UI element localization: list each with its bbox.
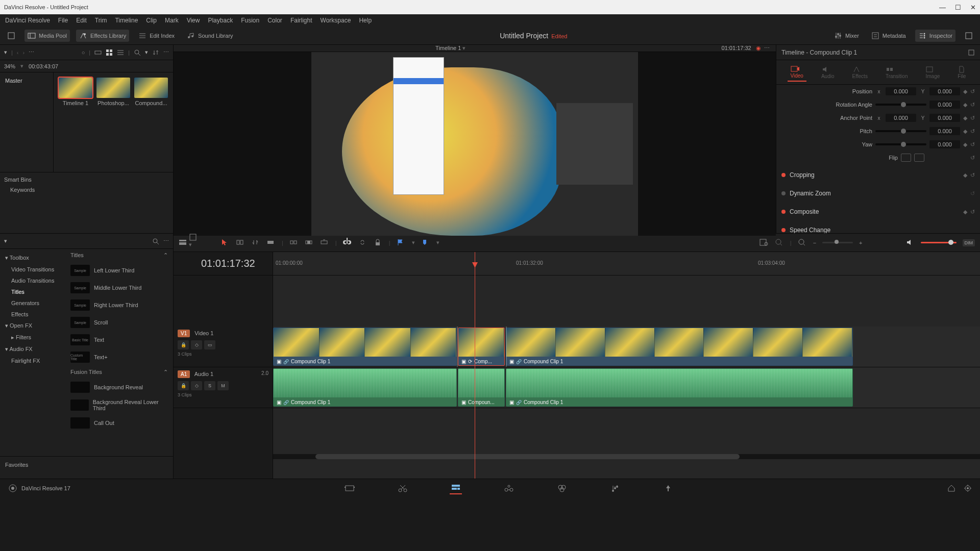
effect-right-lower-third[interactable]: SampleRight Lower Third (65, 296, 173, 314)
audio-track[interactable]: ▣Compound Clip 1 ▣Compoun... ▣Compound C… (273, 367, 980, 408)
menu-file[interactable]: File (58, 17, 68, 24)
menu-playback[interactable]: Playback (208, 17, 233, 24)
blade-tool[interactable] (266, 238, 276, 247)
minimize-button[interactable]: — (939, 4, 946, 11)
viewer-color-icon[interactable]: ◉ (756, 45, 761, 51)
effect-scroll[interactable]: SampleScroll (65, 314, 173, 331)
media-options[interactable]: ⋯ (163, 49, 169, 56)
inspector-expand[interactable] (968, 49, 975, 56)
timeline-timecode[interactable]: 01:01:17:32 (174, 258, 273, 269)
smart-bin-keywords[interactable]: Keywords (4, 183, 169, 197)
audiofx-header[interactable]: ▾ Audio FX (3, 343, 62, 355)
reset-icon[interactable]: ↺ (970, 102, 975, 108)
home-button[interactable] (947, 484, 955, 492)
rotation-input[interactable]: 0.000 (929, 101, 960, 109)
keyframe-icon[interactable]: ◆ (963, 88, 967, 95)
reset-icon[interactable]: ↺ (970, 88, 975, 95)
reset-icon[interactable]: ↺ (970, 128, 975, 135)
audio-transitions[interactable]: Audio Transitions (3, 275, 62, 286)
fullscreen-right-toggle[interactable] (962, 30, 976, 42)
playhead[interactable] (475, 252, 475, 479)
effect-call-out[interactable]: Call Out (65, 414, 173, 432)
favorites-section[interactable]: Favorites (0, 456, 173, 479)
bin-dropdown[interactable]: ▾ (4, 49, 7, 56)
effect-left-lower-third[interactable]: SampleLeft Lower Third (65, 262, 173, 279)
track-lock[interactable]: 🔒 (178, 381, 189, 390)
search-button[interactable] (134, 49, 141, 56)
toolbox-header[interactable]: ▾ Toolbox (3, 252, 62, 264)
video-clip-2[interactable]: ▣⟳Comp... (458, 328, 505, 366)
video-transitions[interactable]: Video Transitions (3, 264, 62, 275)
effects-dropdown[interactable]: ▾ (4, 238, 7, 244)
yaw-slider[interactable] (875, 143, 926, 145)
inspector-tab-video[interactable]: Video (788, 63, 806, 82)
zoom-dropdown[interactable]: ▾ (20, 63, 23, 69)
menu-workspace[interactable]: Workspace (321, 17, 351, 24)
view-strip[interactable] (94, 49, 102, 56)
overwrite-clip[interactable] (305, 238, 314, 247)
thumb-timeline1[interactable]: Timeline 1 (59, 78, 92, 106)
zoom-to-fit[interactable] (775, 238, 784, 247)
v1-badge[interactable]: V1 (178, 330, 190, 337)
page-edit[interactable] (450, 482, 462, 494)
track-auto-select[interactable]: ◇ (191, 381, 202, 390)
inspector-tab-file[interactable]: File (954, 63, 969, 81)
filters-category[interactable]: ▸ Filters (3, 332, 62, 343)
effect-text-plus[interactable]: Custom TitleText+ (65, 348, 173, 366)
reset-icon[interactable]: ↺ (970, 115, 975, 121)
viewer-options[interactable]: ⋯ (764, 45, 770, 51)
marker-button[interactable] (421, 238, 430, 247)
inspector-button[interactable]: Inspector (915, 30, 955, 42)
menu-timeline[interactable]: Timeline (115, 17, 138, 24)
anchor-y-input[interactable]: 0.000 (929, 114, 960, 122)
menu-color[interactable]: Color (267, 17, 282, 24)
composite-toggle[interactable] (781, 210, 786, 214)
dim-button[interactable]: DIM (963, 239, 975, 246)
detail-zoom[interactable] (798, 238, 807, 247)
media-pool-button[interactable]: Media Pool (24, 30, 70, 42)
sort-button[interactable] (152, 49, 159, 56)
timeline-view-options[interactable] (179, 238, 188, 247)
menu-mark[interactable]: Mark (165, 17, 179, 24)
trim-tool[interactable] (236, 238, 245, 247)
maximize-button[interactable]: ☐ (955, 4, 961, 11)
effect-middle-lower-third[interactable]: SampleMiddle Lower Third (65, 279, 173, 296)
audio-track-header[interactable]: A1 Audio 1 2.0 🔒 ◇ S M 3 Clips (174, 367, 273, 408)
composite-section[interactable]: Composite (790, 208, 819, 215)
transform-mode-button[interactable] (189, 233, 197, 241)
smart-bins-header[interactable]: Smart Bins (4, 177, 169, 183)
keyframe-icon[interactable]: ◆ (963, 115, 967, 121)
flag-dropdown[interactable]: ▾ (412, 239, 415, 246)
pitch-slider[interactable] (875, 130, 926, 132)
menu-help[interactable]: Help (359, 17, 372, 24)
audio-clip-3[interactable]: ▣Compound Clip 1 (506, 368, 853, 407)
fullscreen-toggle[interactable] (4, 30, 18, 42)
track-auto-select[interactable]: ◇ (191, 340, 202, 349)
nav-prev[interactable]: ‹ (17, 49, 19, 56)
pitch-input[interactable]: 0.000 (929, 127, 960, 135)
openfx-header[interactable]: ▾ Open FX (3, 320, 62, 332)
generators-category[interactable]: Generators (3, 297, 62, 309)
edit-index-button[interactable]: Edit Index (135, 30, 178, 42)
link-toggle[interactable] (358, 238, 368, 247)
dynamic-trim-tool[interactable] (251, 238, 260, 247)
rotation-slider[interactable] (875, 104, 926, 106)
zoom-in[interactable]: + (859, 240, 862, 246)
reset-icon[interactable]: ↺ (970, 209, 975, 215)
effect-background-reveal-lt[interactable]: Background Reveal Lower Third (65, 396, 173, 414)
a1-badge[interactable]: A1 (178, 370, 190, 378)
flag-button[interactable] (397, 238, 406, 247)
marker-dropdown[interactable]: ▾ (436, 239, 439, 246)
position-y-input[interactable]: 0.000 (929, 87, 960, 95)
collapse-icon[interactable]: ⌃ (163, 252, 168, 259)
timeline-ruler[interactable]: 01:00:00:00 01:01:32:00 01:03:04:00 (273, 252, 980, 276)
video-track-header[interactable]: V1 Video 1 🔒 ◇ ▭ 3 Clips (174, 327, 273, 367)
master-bin[interactable]: Master (3, 76, 50, 86)
page-color[interactable] (556, 482, 568, 494)
inspector-tab-effects[interactable]: Effects (849, 63, 871, 81)
dynamic-zoom-section[interactable]: Dynamic Zoom (790, 190, 831, 197)
timeline-scrollbar[interactable] (273, 454, 980, 459)
mixer-button[interactable]: Mixer (831, 30, 862, 42)
keyframe-icon[interactable]: ◆ (963, 128, 967, 135)
project-settings-button[interactable] (964, 484, 972, 492)
